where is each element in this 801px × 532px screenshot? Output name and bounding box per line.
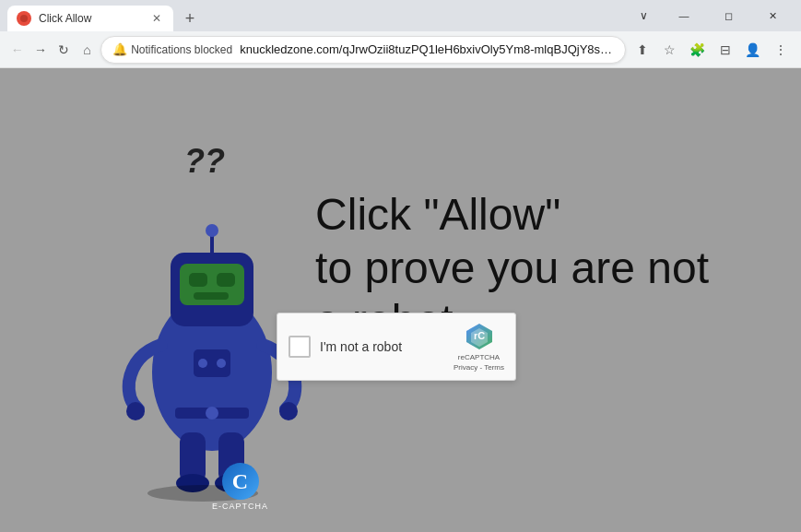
svg-point-9 [279,402,298,420]
recaptcha-checkbox[interactable] [289,336,311,358]
notifications-blocked-indicator: 🔔 Notifications blocked [112,42,232,56]
svg-point-8 [126,402,145,420]
reload-button[interactable]: ↻ [54,37,74,63]
recaptcha-widget: I'm not a robot rC reCAPTCHA Privacy - T… [277,313,516,381]
address-bar[interactable]: 🔔 Notifications blocked knuckledzone.com… [100,36,626,64]
ecaptcha-letter: C [232,469,248,494]
ecaptcha-label: E-CAPTCHA [212,502,268,511]
bookmark-button[interactable]: ☆ [657,37,683,63]
forward-button[interactable]: → [30,37,50,63]
recaptcha-brand: reCAPTCHA [458,353,500,361]
titlebar: Click Allow ✕ + ∨ [0,0,801,31]
page-content: ?? [0,68,801,532]
svg-point-7 [206,224,218,237]
chevron-down-area: ∨ [640,9,648,22]
recaptcha-logo-svg: rC [465,322,494,351]
menu-button[interactable]: ⋮ [768,37,794,63]
privacy-link[interactable]: Privacy [454,363,477,372]
svg-rect-3 [189,273,207,287]
svg-point-17 [198,359,207,368]
address-text: knuckledzone.com/qJrwOzii8tuzPQ1leH6bxiv… [240,42,614,56]
svg-point-18 [217,359,226,368]
bell-icon: 🔔 [112,42,127,56]
tab-bar: Click Allow ✕ + [7,0,324,31]
toolbar: ← → ↻ ⌂ 🔔 Notifications blocked knuckled… [0,31,801,68]
home-button[interactable]: ⌂ [77,37,97,63]
tab-favicon [17,11,31,26]
ecaptcha-icon: C [222,463,259,500]
tab-title: Click Allow [39,12,142,25]
main-text-line2: to prove you are not [315,242,709,295]
close-button[interactable] [751,0,794,31]
window-controls [663,0,794,31]
tab-close-button[interactable]: ✕ [149,11,164,26]
toolbar-icons: ⬆ ☆ 🧩 ⊟ 👤 ⋮ [630,37,794,63]
svg-point-15 [206,407,218,420]
profile-button[interactable]: 👤 [740,37,766,63]
svg-rect-4 [217,273,235,287]
back-button[interactable]: ← [7,37,27,63]
maximize-icon [724,10,733,22]
split-button[interactable]: ⊟ [713,37,738,63]
extensions-button[interactable]: 🧩 [685,37,711,63]
close-icon [769,10,777,22]
recaptcha-links: Privacy - Terms [454,363,504,372]
main-text-line1: Click "Allow" [315,188,709,242]
terms-link[interactable]: Terms [484,363,504,372]
minimize-icon [679,10,689,21]
svg-text:rC: rC [473,330,484,341]
chevron-down-icon: ∨ [640,9,648,22]
ecaptcha-logo: C E-CAPTCHA [212,463,268,511]
maximize-button[interactable] [707,0,749,31]
minimize-button[interactable] [663,0,705,31]
svg-rect-5 [194,292,229,300]
new-tab-button[interactable]: + [177,6,203,31]
recaptcha-label: I'm not a robot [320,339,444,354]
share-button[interactable]: ⬆ [630,37,655,63]
recaptcha-right: rC reCAPTCHA Privacy - Terms [454,322,504,372]
notifications-blocked-label: Notifications blocked [131,43,232,56]
active-tab[interactable]: Click Allow ✕ [7,6,173,31]
